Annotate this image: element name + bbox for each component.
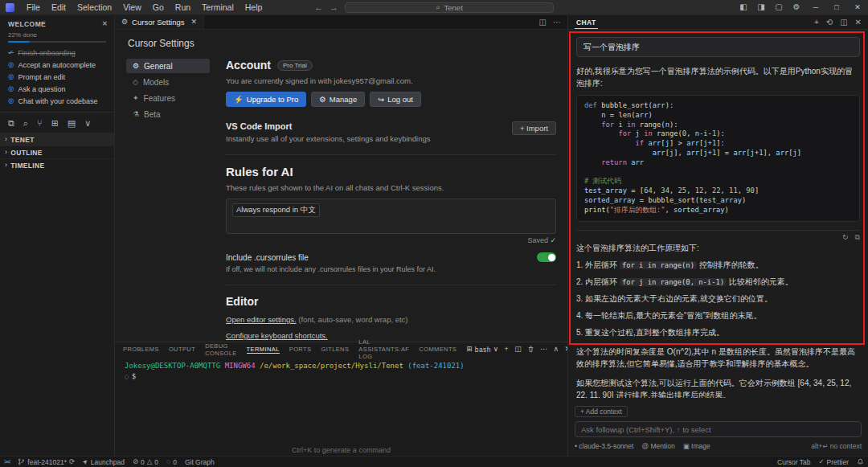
beaker-icon: ⚗ xyxy=(133,111,139,118)
extensions-icon[interactable]: ⊞ xyxy=(51,119,59,128)
task-label: Chat with your codebase xyxy=(18,97,97,105)
menu-help[interactable]: Help xyxy=(240,2,268,12)
cursorrules-toggle[interactable] xyxy=(537,252,556,262)
shell-name: bash xyxy=(475,346,491,354)
git-branch-item[interactable]: feat-241021* ⟳ xyxy=(14,457,79,467)
cursorrules-hint: If off, we will not include any .cursorr… xyxy=(226,265,556,273)
window-minimize-button[interactable]: ─ xyxy=(805,0,826,15)
settings-gear-icon[interactable]: ⚙ xyxy=(788,3,805,11)
extra-counter-item[interactable]: ◌ 0 xyxy=(162,457,181,467)
welcome-close-icon[interactable]: ✕ xyxy=(102,21,108,27)
source-control-icon[interactable]: ⑂ xyxy=(37,119,43,128)
more-actions-icon[interactable]: ⋯ xyxy=(540,346,547,353)
close-chat-icon[interactable]: ✕ xyxy=(855,18,862,27)
panel-tab-debug-console[interactable]: DEBUG CONSOLE xyxy=(205,342,236,357)
window-maximize-button[interactable]: □ xyxy=(826,0,847,15)
git-graph-item[interactable]: Git Graph xyxy=(181,457,219,467)
explain-title: 这个冒泡排序算法的工作原理如下: xyxy=(576,242,860,254)
open-editor-settings-link[interactable]: Open editor settings. xyxy=(226,315,297,324)
no-context-hint: alt+↵ no context xyxy=(811,442,862,450)
menu-terminal[interactable]: Terminal xyxy=(196,2,240,12)
settings-nav-features[interactable]: ✦ Features xyxy=(126,91,210,105)
problems-item[interactable]: ⊘ 0 △ 0 xyxy=(129,457,162,467)
search-icon[interactable]: ⌕ xyxy=(23,119,28,128)
kill-terminal-icon[interactable] xyxy=(527,346,534,354)
task-chat-codebase[interactable]: ◎ Chat with your codebase xyxy=(0,95,114,107)
step-1: 1. 外层循环 for i in range(n) 控制排序的轮数。 xyxy=(576,259,860,271)
task-prompt-edit[interactable]: ◎ Prompt an edit xyxy=(0,71,114,83)
sidebar-section-outline[interactable]: › OUTLINE xyxy=(0,145,114,158)
remote-indicator[interactable]: >< xyxy=(0,457,14,467)
shell-selector[interactable]: ⊞ bash ∨ xyxy=(466,346,498,354)
toggle-panel-icon[interactable]: ◨ xyxy=(752,3,770,11)
settings-nav-general[interactable]: ⚙ General xyxy=(126,59,210,73)
terminal-content[interactable]: Jokesy@DESKTOP-A0MQTTG MINGW64 /e/work_s… xyxy=(115,356,567,387)
launchpad-item[interactable]: ➤ Launchpad xyxy=(79,457,129,467)
maximize-panel-icon[interactable]: ∧ xyxy=(553,346,559,353)
split-editor-icon[interactable]: ◫ xyxy=(539,18,547,27)
settings-nav-models[interactable]: ◇ Models xyxy=(126,75,210,89)
toggle-sidebar-icon[interactable]: ◧ xyxy=(735,3,752,11)
task-ask-question[interactable]: ◎ Ask a question xyxy=(0,83,114,95)
customize-layout-icon[interactable]: ▢ xyxy=(770,3,788,11)
import-button[interactable]: + Import xyxy=(512,121,556,135)
chat-tab[interactable]: CHAT xyxy=(575,16,598,29)
tab-close-icon[interactable]: ✕ xyxy=(191,18,198,26)
panel-tab-terminal[interactable]: TERMINAL xyxy=(247,346,280,354)
prettier-item[interactable]: ✓ Prettier xyxy=(814,458,853,466)
manage-button[interactable]: ⚙ Manage xyxy=(311,92,365,107)
gear-icon: ⚙ xyxy=(133,63,139,70)
panel-tab-problems[interactable]: PROBLEMS xyxy=(123,346,159,353)
chat-input[interactable] xyxy=(575,421,862,437)
menu-go[interactable]: Go xyxy=(147,2,170,12)
history-back-icon[interactable]: ← xyxy=(314,3,323,12)
rules-textarea[interactable]: Always respond in 中文 xyxy=(226,199,556,234)
sidebar-section-timeline[interactable]: › TIMELINE xyxy=(0,158,114,171)
menu-selection[interactable]: Selection xyxy=(72,2,117,12)
split-terminal-icon[interactable]: ◫ xyxy=(514,346,522,353)
settings-nav-beta[interactable]: ⚗ Beta xyxy=(126,107,210,121)
model-selector[interactable]: • claude-3.5-sonnet xyxy=(575,442,633,450)
panel-tab-ports[interactable]: PORTS xyxy=(289,346,312,353)
command-center-search[interactable]: ⌕ Tenet xyxy=(345,2,554,13)
panel-tab-comments[interactable]: COMMENTS xyxy=(419,346,457,353)
chat-conversation[interactable]: 写一个冒泡排序 好的,我很乐意为您写一个冒泡排序算法的示例代码。以下是用Pyth… xyxy=(568,30,868,398)
menu-view[interactable]: View xyxy=(117,2,147,12)
cube-icon: ◇ xyxy=(133,79,138,86)
menu-edit[interactable]: Edit xyxy=(46,2,72,12)
sidebar-section-tenet[interactable]: › TENET xyxy=(0,133,114,145)
task-finish-onboarding[interactable]: ✓ Finish onboarding xyxy=(0,47,114,59)
add-context-button[interactable]: + Add context xyxy=(575,406,628,417)
new-chat-icon[interactable]: + xyxy=(814,18,819,27)
image-button[interactable]: ▣ Image xyxy=(683,442,710,450)
menu-file[interactable]: File xyxy=(21,2,46,12)
menu-run[interactable]: Run xyxy=(170,2,196,12)
new-terminal-icon[interactable]: + xyxy=(504,346,509,353)
panel-tab-gitlens[interactable]: GITLENS xyxy=(321,346,349,353)
chat-history-icon[interactable]: ⟲ xyxy=(826,18,833,27)
files-icon[interactable]: ⧉ xyxy=(8,119,14,128)
pro-trial-badge: Pro Trial xyxy=(277,60,313,71)
model-dot-icon: • xyxy=(575,443,577,450)
step-5: 5. 重复这个过程,直到整个数组排序完成。 xyxy=(576,326,860,338)
window-icon[interactable]: ▤ xyxy=(68,119,76,128)
bottom-panel: PROBLEMS OUTPUT DEBUG CONSOLE TERMINAL P… xyxy=(115,342,567,456)
cursor-tab-item[interactable]: Cursor Tab xyxy=(773,458,814,466)
chevron-down-icon[interactable]: ∨ xyxy=(84,119,91,128)
panel-tab-ai-log[interactable]: LAL ASSISTANTS:AF LOG xyxy=(358,338,409,360)
nav-label: Features xyxy=(144,94,175,103)
tab-cursor-settings[interactable]: ⚙ Cursor Settings ✕ xyxy=(115,15,204,29)
mention-button[interactable]: @ Mention xyxy=(641,442,674,450)
open-in-editor-icon[interactable]: ◫ xyxy=(840,18,847,27)
window-close-button[interactable]: ✕ xyxy=(847,0,868,15)
history-forward-icon[interactable]: → xyxy=(330,3,338,12)
copy-icon[interactable]: ⧉ xyxy=(855,234,860,242)
configure-shortcuts-link[interactable]: Configure keyboard shortcuts. xyxy=(226,331,328,340)
panel-tab-output[interactable]: OUTPUT xyxy=(169,346,195,353)
notifications-item[interactable] xyxy=(853,458,868,465)
regenerate-icon[interactable]: ↻ xyxy=(842,234,849,242)
more-actions-icon[interactable]: ⋯ xyxy=(553,18,561,27)
logout-button[interactable]: ↪ Log out xyxy=(370,92,421,107)
upgrade-to-pro-button[interactable]: ⚡ Upgrade to Pro xyxy=(226,92,306,107)
task-accept-autocomplete[interactable]: ◎ Accept an autocomplete xyxy=(0,59,114,71)
